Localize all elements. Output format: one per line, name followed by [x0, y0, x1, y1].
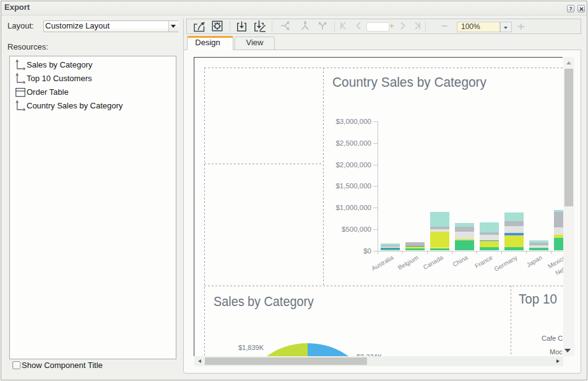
- x-tick-label: Japan: [525, 254, 543, 268]
- bar-segment: [504, 221, 524, 226]
- horizontal-scrollbar-thumb[interactable]: [205, 357, 367, 365]
- page-plus-label: +: [389, 21, 394, 30]
- canvas-border-left: [194, 57, 194, 356]
- vertical-scrollbar-thumb[interactable]: [564, 69, 573, 206]
- bar-segment: [480, 222, 499, 232]
- pie-chart: [249, 343, 366, 356]
- x-tick-label: China: [451, 254, 469, 268]
- horizontal-scrollbar[interactable]: [194, 356, 563, 366]
- tab-design[interactable]: Design: [187, 36, 233, 50]
- resource-item-label: Top 10 Customers: [27, 74, 92, 83]
- bar-segment: [529, 240, 548, 243]
- y-tick-label: $2,500,000: [314, 139, 371, 147]
- bar-segment: [455, 227, 474, 232]
- resource-item-label: Order Table: [27, 87, 69, 97]
- bar-segment: [430, 247, 449, 249]
- resource-item[interactable]: Top 10 Customers: [10, 71, 176, 85]
- download-button[interactable]: [236, 19, 251, 33]
- merge-arrows-icon: [298, 19, 312, 32]
- y-tick: [373, 229, 378, 230]
- x-axis: [378, 251, 563, 252]
- zoom-in-button: [515, 19, 530, 33]
- zoom-out-button: [438, 19, 453, 33]
- y-tick-label: $1,500,000: [314, 182, 371, 190]
- bar-segment: [529, 248, 548, 251]
- layout-guide-line: [511, 286, 511, 356]
- question-mark-icon: ?: [569, 6, 573, 12]
- bar-segment: [529, 245, 548, 248]
- export-button[interactable]: [193, 19, 208, 33]
- bar-segment: [405, 247, 425, 248]
- y-tick-label: $1,000,000: [314, 204, 371, 211]
- y-tick: [373, 251, 378, 252]
- layout-dropdown-button[interactable]: [168, 21, 179, 32]
- bar-segment: [381, 248, 400, 249]
- settings-button[interactable]: [210, 19, 225, 33]
- x-tick: [501, 251, 502, 254]
- resources-label: Resources:: [7, 42, 48, 51]
- bar-segment: [504, 235, 524, 247]
- previous-page-icon: [353, 19, 366, 32]
- bar-segment: [554, 238, 564, 251]
- settings-gear-icon: [210, 19, 224, 32]
- x-tick-label: Canada: [422, 254, 444, 271]
- layout-guide-line: [204, 68, 205, 356]
- resource-item-label: Sales by Category: [27, 60, 92, 69]
- bar-segment: [554, 227, 564, 235]
- branch-arrows-icon: [316, 19, 329, 32]
- resource-item[interactable]: Sales by Category: [10, 58, 176, 71]
- next-page-icon: [396, 19, 410, 32]
- close-button[interactable]: [577, 5, 585, 12]
- scroll-down-icon[interactable]: [564, 349, 571, 353]
- zoom-dropdown-button[interactable]: [500, 22, 512, 32]
- tab-view[interactable]: View: [235, 37, 275, 50]
- bar-segment: [480, 235, 499, 240]
- bar-segment: [381, 249, 400, 251]
- show-component-title-checkbox[interactable]: [12, 361, 20, 369]
- y-tick-label: $2,000,000: [314, 161, 371, 169]
- y-tick-label: $0: [314, 247, 371, 255]
- layout-dropdown[interactable]: Customize Layout: [43, 20, 179, 32]
- dialog-titlebar: [1, 1, 587, 15]
- y-tick: [373, 208, 378, 208]
- layout-dropdown-value: Customize Layout: [45, 21, 110, 30]
- resources-list[interactable]: Sales by Category Top 10 Customers Order…: [9, 56, 176, 359]
- vertical-scrollbar[interactable]: [563, 57, 574, 356]
- page-input[interactable]: [366, 22, 389, 32]
- bar-segment: [529, 243, 548, 245]
- y-tick: [373, 143, 378, 144]
- resource-item[interactable]: Country Sales by Category: [10, 99, 176, 112]
- pie-label-left: $1,839K: [238, 344, 264, 351]
- toolbar-separator: [230, 21, 230, 32]
- x-tick-label: Belgium: [397, 254, 420, 271]
- layout-guide-line: [204, 68, 563, 68]
- scroll-right-icon[interactable]: [556, 359, 560, 363]
- x-tick: [452, 251, 452, 254]
- zoom-in-icon: [515, 19, 529, 32]
- top10-chart-title: Top 10: [519, 291, 557, 307]
- zoom-level-field[interactable]: 100%: [457, 22, 500, 32]
- y-tick-label: $500,000: [314, 226, 371, 233]
- design-canvas[interactable]: Country Sales by Category $0$500,000$1,0…: [194, 58, 563, 356]
- x-tick: [378, 251, 378, 254]
- bar-segment: [554, 210, 564, 212]
- table-icon: [15, 86, 25, 97]
- x-tick: [402, 251, 403, 254]
- last-page-button: [410, 19, 425, 33]
- bar-segment: [430, 248, 449, 250]
- dialog-title: Export: [4, 2, 30, 12]
- scroll-left-icon[interactable]: [198, 359, 201, 363]
- bar-segment: [405, 242, 425, 246]
- x-tick-label: Germany: [493, 254, 518, 273]
- zoom-out-icon: [438, 19, 452, 32]
- panel-separator: [183, 19, 184, 50]
- scroll-up-icon[interactable]: [566, 61, 571, 64]
- help-button[interactable]: ?: [567, 5, 574, 12]
- bar-segment: [405, 246, 425, 247]
- export-dialog: Export ? Layout: Customize Layout Resour…: [1, 1, 587, 380]
- canvas-border-top: [194, 57, 563, 58]
- branch-button: [316, 19, 331, 33]
- download-as-button[interactable]: [253, 19, 268, 33]
- next-page-button: [396, 19, 411, 33]
- resource-item[interactable]: Order Table: [10, 85, 176, 99]
